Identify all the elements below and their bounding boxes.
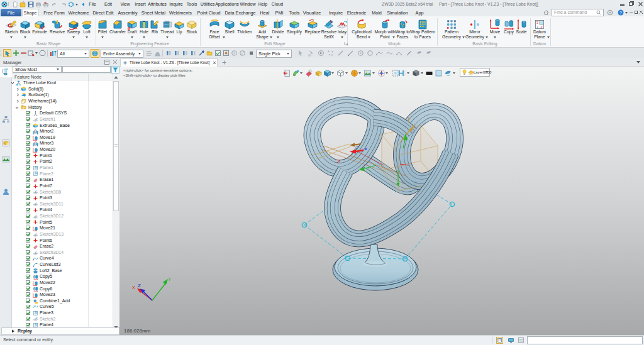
svg-text:Z: Z [138, 283, 141, 288]
svg-text:?: ? [619, 11, 622, 15]
svg-text:X: X [132, 285, 135, 290]
svg-text:Y: Y [168, 277, 171, 282]
